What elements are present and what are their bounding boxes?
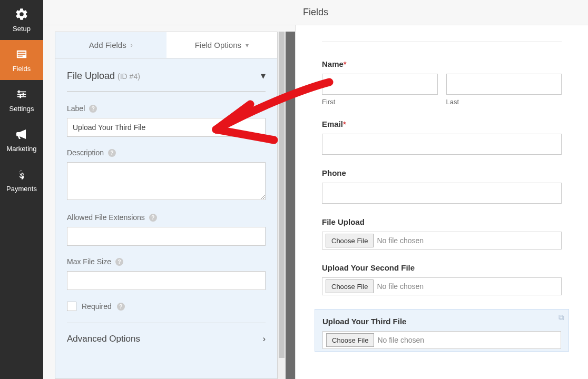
first-name-input[interactable]	[322, 74, 438, 95]
bullhorn-icon	[14, 127, 29, 141]
sidebar-item-label: Marketing	[6, 145, 36, 153]
tab-label: Field Options	[195, 41, 241, 49]
required-asterisk: *	[344, 59, 347, 68]
choose-file-button[interactable]: Choose File	[326, 280, 374, 293]
svg-rect-2	[18, 54, 26, 55]
file-input[interactable]: Choose File No file chosen	[322, 331, 561, 349]
field-label: Email*	[322, 119, 562, 128]
choose-file-button[interactable]: Choose File	[326, 333, 374, 347]
label-text: Description	[67, 148, 104, 157]
tab-label: Add Fields	[89, 41, 126, 49]
chevron-right-icon: ›	[131, 42, 133, 49]
field-label: Upload Your Third File	[322, 317, 561, 326]
allowed-ext-input[interactable]	[67, 227, 266, 246]
svg-rect-1	[18, 52, 26, 53]
description-block: Description ?	[67, 148, 266, 202]
sidebar-item-marketing[interactable]: Marketing	[0, 120, 43, 160]
divider	[322, 41, 562, 42]
label-text: Max File Size	[67, 257, 111, 266]
sidebar-item-label: Payments	[6, 185, 37, 193]
tab-add-fields[interactable]: Add Fields ›	[55, 32, 166, 58]
help-icon[interactable]: ?	[117, 303, 125, 311]
panel-gutter	[286, 32, 295, 379]
label-text: Allowed File Extensions	[67, 213, 145, 222]
main: Fields Add Fields › Field Options ▾	[43, 0, 588, 379]
gear-icon	[14, 7, 29, 21]
chevron-down-icon: ▾	[261, 70, 266, 82]
svg-rect-3	[18, 56, 23, 57]
phone-input[interactable]	[322, 183, 562, 204]
choose-file-button[interactable]: Choose File	[326, 234, 374, 247]
panel-tabs: Add Fields › Field Options ▾	[55, 32, 277, 58]
file-status-text: No file chosen	[377, 336, 424, 344]
help-icon[interactable]: ?	[89, 105, 97, 113]
sidebar-item-payments[interactable]: Payments	[0, 160, 43, 200]
preview-file1-field: File Upload Choose File No file chosen	[322, 217, 562, 250]
dollar-icon	[14, 167, 29, 181]
file-status-text: No file chosen	[377, 236, 424, 245]
svg-rect-4	[18, 91, 20, 94]
options-panel: Add Fields › Field Options ▾ File Upload…	[55, 32, 278, 379]
section-id: (ID #4)	[117, 72, 140, 81]
required-asterisk: *	[343, 119, 346, 128]
duplicate-icon[interactable]: ⧉	[558, 313, 564, 322]
file-input[interactable]: Choose File No file chosen	[322, 232, 562, 250]
sidebar-item-label: Setup	[13, 25, 31, 33]
field-label: Upload Your Second File	[322, 263, 562, 272]
sliders-icon	[14, 87, 29, 101]
required-row[interactable]: Required ?	[67, 302, 266, 311]
preview-name-field: Name* First Last	[322, 59, 562, 106]
panel-scrollbar-thumb[interactable]	[279, 32, 285, 358]
preview-file3-field-selected[interactable]: ⧉ Upload Your Third File Choose File No …	[315, 309, 569, 352]
label-text: Email	[322, 119, 343, 128]
label-block: Label ?	[67, 104, 266, 137]
help-icon[interactable]: ?	[115, 258, 123, 266]
file-input[interactable]: Choose File No file chosen	[322, 277, 562, 295]
field-label: File Upload	[322, 217, 562, 226]
section-header[interactable]: File Upload (ID #4) ▾	[67, 70, 266, 92]
form-icon	[14, 47, 29, 61]
sidebar-item-label: Settings	[9, 105, 34, 113]
advanced-options-toggle[interactable]: Advanced Options ›	[67, 323, 266, 352]
preview-file2-field: Upload Your Second File Choose File No f…	[322, 263, 562, 295]
field-options-section: File Upload (ID #4) ▾ Label ?	[55, 58, 277, 352]
tab-field-options[interactable]: Field Options ▾	[166, 32, 278, 58]
required-checkbox[interactable]	[67, 302, 76, 311]
email-input[interactable]	[322, 134, 562, 155]
label-text: Label	[67, 104, 85, 113]
max-size-input[interactable]	[67, 271, 266, 290]
form-preview: Name* First Last Email*	[295, 25, 588, 379]
sidebar-item-label: Fields	[13, 65, 31, 73]
sidebar-item-settings[interactable]: Settings	[0, 80, 43, 120]
chevron-right-icon: ›	[262, 334, 266, 344]
description-input[interactable]	[67, 162, 266, 200]
page-title: Fields	[43, 0, 588, 25]
label-text: Name	[322, 59, 344, 68]
preview-phone-field: Phone	[322, 168, 562, 204]
sidebar-item-setup[interactable]: Setup	[0, 0, 43, 40]
file-status-text: No file chosen	[377, 282, 424, 291]
panel-scrollbar-track[interactable]	[278, 32, 286, 379]
options-column: Add Fields › Field Options ▾ File Upload…	[43, 32, 295, 379]
svg-rect-6	[19, 95, 21, 98]
chevron-down-icon: ▾	[246, 42, 249, 49]
help-icon[interactable]: ?	[108, 149, 116, 157]
help-icon[interactable]: ?	[149, 214, 157, 222]
allowed-ext-block: Allowed File Extensions ?	[67, 213, 266, 246]
sidebar-item-fields[interactable]: Fields	[0, 40, 43, 80]
svg-rect-5	[23, 93, 24, 96]
max-size-block: Max File Size ?	[67, 257, 266, 290]
field-label: Phone	[322, 168, 562, 177]
sidebar: Setup Fields Settings Marketing Payments	[0, 0, 43, 379]
advanced-label: Advanced Options	[67, 334, 140, 344]
last-name-input[interactable]	[446, 74, 562, 95]
preview-email-field: Email*	[322, 119, 562, 155]
label-input[interactable]	[67, 118, 266, 137]
sub-label: First	[322, 98, 438, 106]
sub-label: Last	[446, 98, 562, 106]
label-text: Required	[82, 302, 112, 311]
field-label: Name*	[322, 59, 562, 68]
section-title-text: File Upload	[67, 71, 115, 81]
